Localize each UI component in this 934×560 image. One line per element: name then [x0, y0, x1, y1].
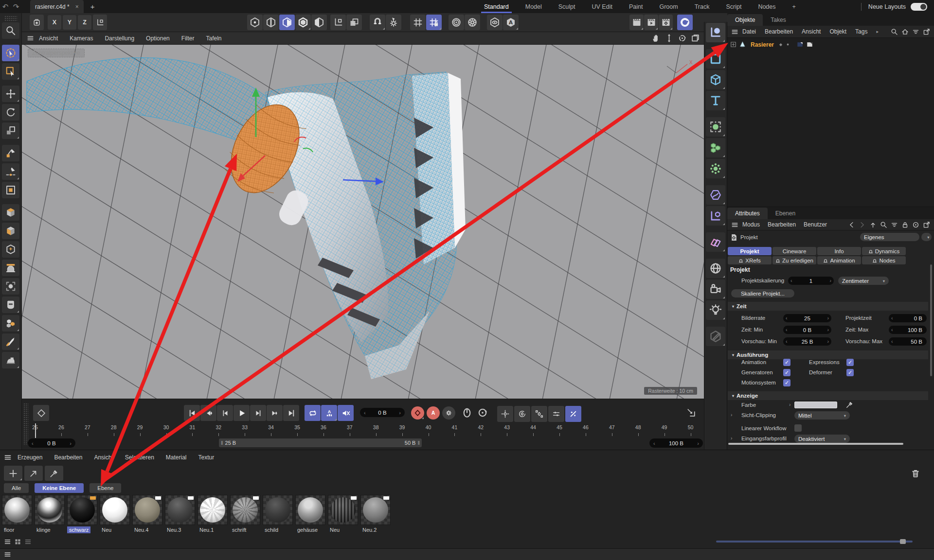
- linear-workflow-checkbox[interactable]: [794, 424, 802, 432]
- farbe-expander[interactable]: ›: [789, 402, 790, 407]
- workplane-axis-button[interactable]: [330, 15, 346, 30]
- new-tab-button[interactable]: +: [90, 2, 95, 11]
- mat-menu-erzeugen[interactable]: Erzeugen: [18, 454, 42, 461]
- move-tool[interactable]: [2, 86, 19, 102]
- om-menu-tags[interactable]: Tags: [855, 28, 867, 35]
- material-thumbnail[interactable]: [132, 495, 162, 525]
- redo-icon[interactable]: ↷: [11, 2, 21, 11]
- zeit-value-b[interactable]: 0 B: [896, 315, 927, 321]
- zeit-field-b[interactable]: ‹100 B: [889, 326, 927, 334]
- mat-plus-button[interactable]: [4, 466, 22, 481]
- effector-create-button[interactable]: [706, 117, 725, 137]
- material-name[interactable]: Neu.4: [132, 526, 150, 533]
- cube-primitive-create-button[interactable]: [706, 70, 725, 89]
- palette-grip[interactable]: [4, 16, 17, 21]
- trash-icon[interactable]: [911, 469, 920, 478]
- sky-create-button[interactable]: [706, 259, 725, 278]
- volume-create-button[interactable]: [706, 138, 725, 158]
- interactive-render-button[interactable]: [677, 15, 693, 30]
- add-layout-tab[interactable]: +: [792, 0, 796, 13]
- material-size-slider[interactable]: [716, 541, 913, 542]
- key-scale-button[interactable]: [531, 406, 547, 422]
- close-tab-icon[interactable]: ×: [75, 3, 79, 10]
- axis-mode-button[interactable]: A: [503, 15, 519, 30]
- scale-project-button[interactable]: Skaliere Projekt...: [731, 289, 794, 298]
- render-viewport-button[interactable]: [629, 15, 644, 30]
- rec-a-button[interactable]: A: [427, 406, 440, 420]
- zeit-field-b[interactable]: ‹50 B: [889, 337, 927, 346]
- axis-locator-create-button[interactable]: [706, 23, 725, 42]
- current-time-field[interactable]: ‹0 B›: [360, 408, 405, 417]
- material-neu-2[interactable]: Neu.2: [360, 495, 393, 533]
- om-filter-icon[interactable]: [912, 28, 919, 35]
- mat-eyedropper-button[interactable]: [45, 466, 63, 481]
- state-dot-icon[interactable]: [786, 42, 790, 47]
- knife-tool[interactable]: [2, 333, 19, 350]
- layer-tab-alle[interactable]: Alle: [4, 483, 29, 493]
- layer-flag-light-icon[interactable]: [806, 41, 813, 48]
- vertical-scrollbar[interactable]: [930, 264, 932, 376]
- layer-tab-keine-ebene[interactable]: Keine Ebene: [35, 483, 84, 493]
- layer-flag-dark-icon[interactable]: [796, 41, 804, 48]
- panel-tab-objekte[interactable]: Objekte: [727, 14, 763, 26]
- layout-tab-sculpt[interactable]: Sculpt: [558, 0, 575, 13]
- key-position-button[interactable]: [497, 406, 513, 422]
- lock-workplane-button[interactable]: [426, 15, 442, 30]
- material-name[interactable]: Neu.1: [198, 526, 216, 533]
- rec-gear-button[interactable]: [442, 406, 455, 420]
- section-ausfuehrung[interactable]: ▾Ausführung: [728, 350, 928, 359]
- render-picture-viewer-button[interactable]: [644, 15, 658, 30]
- polygons-mode-button[interactable]: [279, 15, 295, 30]
- axis-lock-z-button[interactable]: Z: [78, 15, 91, 30]
- om-magnify-icon[interactable]: [891, 28, 898, 35]
- key-rotation-button[interactable]: [514, 406, 530, 422]
- start-time-field[interactable]: ‹0 B›: [28, 438, 75, 448]
- next-frame-button[interactable]: [250, 405, 266, 421]
- eyedropper-icon[interactable]: [845, 401, 854, 409]
- scale-stepper[interactable]: ‹1›: [788, 277, 834, 285]
- attr-up-arrow-icon[interactable]: [869, 221, 877, 228]
- mat-menu-textur[interactable]: Textur: [198, 454, 215, 461]
- camera-label[interactable]: Zentralperspektive: [28, 49, 85, 57]
- texture-mode-button[interactable]: [311, 15, 327, 30]
- polygon-pen-tool[interactable]: [2, 145, 19, 161]
- keyframe-button[interactable]: [33, 405, 49, 421]
- slider-knob[interactable]: [900, 539, 906, 544]
- rotate-tool[interactable]: [2, 104, 19, 121]
- arch-tool[interactable]: [2, 260, 19, 276]
- attr-category-animation[interactable]: Animation: [817, 256, 861, 264]
- viewport-menu-kameras[interactable]: Kameras: [70, 35, 93, 42]
- checkbox-motionsystem[interactable]: ✓: [783, 379, 790, 386]
- expand-icon[interactable]: [730, 41, 736, 48]
- orbit-icon[interactable]: [678, 34, 687, 43]
- instance-create-button[interactable]: [706, 232, 725, 252]
- object-row-rasierer[interactable]: Rasierer: [730, 41, 813, 48]
- status-menu-icon[interactable]: [4, 551, 11, 558]
- material-thumbnail[interactable]: [67, 495, 97, 525]
- om-menu-datei[interactable]: Datei: [742, 28, 756, 35]
- attr-menu-benutzer[interactable]: Benutzer: [804, 221, 827, 228]
- snap-settings-button[interactable]: [386, 15, 401, 30]
- material-neu-3[interactable]: Neu.3: [165, 495, 198, 533]
- preset-chevron[interactable]: ▾: [921, 233, 932, 241]
- attr-export-icon[interactable]: [923, 221, 930, 228]
- start-time-value[interactable]: 0 B: [37, 440, 66, 446]
- spline-pen-tool[interactable]: [2, 163, 19, 180]
- layout-tab-model[interactable]: Model: [525, 0, 542, 13]
- material-name[interactable]: gehäuse: [295, 526, 320, 533]
- viewport-menu-optionen[interactable]: Optionen: [146, 35, 170, 42]
- text-object-create-button[interactable]: [706, 91, 725, 110]
- end-time-field[interactable]: ‹100 B›: [649, 438, 703, 448]
- preset-dropdown[interactable]: Eigenes: [860, 233, 919, 241]
- material-name[interactable]: schrift: [230, 526, 248, 533]
- profile-expander[interactable]: ›: [731, 436, 732, 441]
- plane-tool[interactable]: [2, 182, 19, 198]
- edges-mode-button[interactable]: [263, 15, 279, 30]
- layer-tab-ebene[interactable]: Ebene: [90, 483, 121, 493]
- neue-layouts-toggle[interactable]: [911, 3, 927, 11]
- jump-start-button[interactable]: [184, 405, 200, 421]
- zeit-value-a[interactable]: 25: [790, 315, 825, 321]
- viewport-menu-tafeln[interactable]: Tafeln: [206, 35, 221, 42]
- loop-button[interactable]: [305, 405, 321, 421]
- pan-v-icon[interactable]: [665, 34, 674, 43]
